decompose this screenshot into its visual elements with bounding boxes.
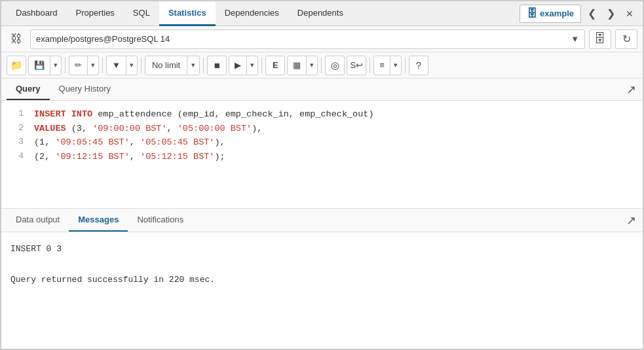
tab-query-history[interactable]: Query History (50, 78, 120, 100)
save-dropdown[interactable]: 💾 ▾ (28, 56, 62, 75)
tab-sql[interactable]: SQL (124, 1, 159, 26)
tab-properties[interactable]: Properties (67, 1, 124, 26)
line-number: 1 (8, 107, 24, 121)
sql-token-str: '05:00:00 BST' (178, 124, 252, 133)
help-icon: ? (416, 60, 421, 71)
explain-icon: E (273, 60, 278, 70)
open-folder-icon: 📁 (10, 60, 23, 71)
db-tab[interactable]: 🗄 example (520, 5, 581, 23)
chart-dropdown[interactable]: ▦ ▾ (287, 56, 318, 75)
run-dropdown[interactable]: ▶ ▾ (229, 56, 258, 75)
sql-token-plain: , (130, 137, 140, 147)
open-file-button[interactable]: 📁 (7, 56, 26, 75)
tab-dashboard[interactable]: Dashboard (7, 1, 67, 26)
chart-dropdown-arrow[interactable]: ▾ (307, 56, 317, 75)
run-dropdown-arrow[interactable]: ▾ (247, 56, 257, 75)
sql-token-str: '09:05:45 BST' (55, 137, 129, 147)
sql-code: (2, '09:12:15 BST', '05:12:15 BST'); (34, 150, 636, 164)
sql-token-plain: , (167, 124, 178, 133)
sql-token-plain: (3, (66, 124, 93, 133)
close-tab-button[interactable]: ✕ (622, 7, 637, 20)
prev-tab-button[interactable]: ❮ (584, 6, 600, 21)
sql-token-str: '09:12:15 BST' (55, 152, 129, 162)
sql-editor[interactable]: 1INSERT INTO emp_attendence (emp_id, emp… (1, 101, 643, 209)
separator-2 (102, 58, 103, 73)
tab-data-output[interactable]: Data output (7, 208, 69, 232)
sql-token-str: '05:12:15 BST' (140, 152, 214, 162)
tab-messages[interactable]: Messages (69, 208, 128, 232)
run-icon: ▶ (229, 56, 247, 75)
next-tab-button[interactable]: ❯ (603, 6, 619, 21)
separator-3 (141, 58, 142, 73)
separator-6 (321, 58, 322, 73)
tab-dependencies[interactable]: Dependencies (216, 1, 288, 26)
sql-token-plain: ); (214, 152, 225, 162)
sql-line-4: 4(2, '09:12:15 BST', '05:12:15 BST'); (1, 150, 643, 164)
output-panel: INSERT 0 3 Query returned successfully i… (1, 232, 643, 296)
line-number: 3 (8, 135, 24, 149)
no-limit-dropdown[interactable]: No limit ▾ (145, 56, 200, 75)
macro-dropdown-arrow[interactable]: ▾ (390, 56, 401, 75)
sql-token-kw: VALUES (34, 124, 66, 133)
expand-editor-icon[interactable]: ↗ (626, 82, 636, 97)
connection-link-icon[interactable]: ⛓ (7, 29, 26, 49)
chart-icon: ▦ (288, 56, 307, 75)
explain-button[interactable]: E (265, 56, 285, 75)
macro-icon: ≡ (374, 56, 390, 75)
no-limit-label: No limit (145, 56, 187, 75)
output-tab-bar: Data output Messages Notifications ↗ (1, 209, 643, 232)
sql-token-plain: (2, (34, 152, 55, 162)
sql-line-1: 1INSERT INTO emp_attendence (emp_id, emp… (1, 107, 643, 122)
connection-string: example/postgres@PostgreSQL 14 (36, 34, 170, 44)
separator-1 (65, 58, 66, 73)
edit-dropdown[interactable]: ✏ ▾ (69, 56, 99, 75)
rollback-icon: S↩ (350, 60, 363, 70)
sql-token-plain: (1, (34, 137, 55, 147)
tab-statistics[interactable]: Statistics (159, 1, 216, 26)
refresh-icon: ↻ (622, 33, 631, 45)
database-selector-button[interactable]: 🗄 (589, 29, 611, 49)
query-tab-bar: Query Query History ↗ (1, 79, 643, 101)
top-navigation: Dashboard Properties SQL Statistics Depe… (1, 1, 643, 26)
separator-4 (203, 58, 204, 73)
line-number: 2 (8, 122, 24, 135)
no-limit-arrow[interactable]: ▾ (187, 56, 199, 75)
database-icon: 🗄 (594, 32, 606, 46)
commit-button[interactable]: ◎ (325, 56, 345, 75)
line-number: 4 (8, 150, 24, 164)
help-button[interactable]: ? (409, 56, 428, 75)
filter-dropdown[interactable]: ▼ ▾ (106, 56, 138, 75)
stop-icon: ■ (214, 60, 220, 71)
expand-output-icon[interactable]: ↗ (626, 213, 636, 228)
refresh-button[interactable]: ↻ (615, 29, 637, 49)
filter-dropdown-arrow[interactable]: ▾ (126, 56, 137, 75)
connection-selector[interactable]: example/postgres@PostgreSQL 14 ▼ (30, 29, 585, 49)
sql-token-plain: ), (214, 137, 225, 147)
tab-query[interactable]: Query (7, 78, 50, 100)
toolbar: 📁 💾 ▾ ✏ ▾ ▼ ▾ No limit ▾ ■ ▶ ▾ E ▦ ▾ (1, 52, 643, 79)
rollback-button[interactable]: S↩ (347, 56, 366, 75)
output-line-2 (10, 256, 634, 271)
connection-bar: ⛓ example/postgres@PostgreSQL 14 ▼ 🗄 ↻ (1, 26, 643, 52)
tab-dependents[interactable]: Dependents (288, 1, 352, 26)
sql-token-plain: , (130, 152, 140, 162)
sql-line-2: 2VALUES (3, '09:00:00 BST', '05:00:00 BS… (1, 122, 643, 136)
sql-token-kw: INSERT INTO (34, 109, 92, 119)
save-dropdown-arrow[interactable]: ▾ (50, 56, 61, 75)
sql-token-plain: emp_attendence (emp_id, emp_check_in, em… (92, 109, 373, 119)
save-icon: 💾 (29, 56, 50, 75)
sql-line-3: 3(1, '09:05:45 BST', '05:05:45 BST'), (1, 135, 643, 150)
sql-code: INSERT INTO emp_attendence (emp_id, emp_… (34, 107, 636, 122)
stop-button[interactable]: ■ (207, 56, 227, 75)
filter-icon: ▼ (107, 56, 126, 75)
separator-8 (405, 58, 406, 73)
macro-dropdown[interactable]: ≡ ▾ (373, 56, 402, 75)
sql-code: (1, '09:05:45 BST', '05:05:45 BST'), (34, 135, 636, 150)
link-icon: ⛓ (10, 32, 22, 46)
tab-notifications[interactable]: Notifications (128, 208, 193, 232)
edit-icon: ✏ (69, 56, 88, 75)
edit-dropdown-arrow[interactable]: ▾ (88, 56, 98, 75)
output-line-3: Query returned successfully in 220 msec. (10, 272, 634, 287)
sql-token-str: '09:00:00 BST' (92, 124, 166, 133)
commit-icon: ◎ (331, 60, 339, 71)
